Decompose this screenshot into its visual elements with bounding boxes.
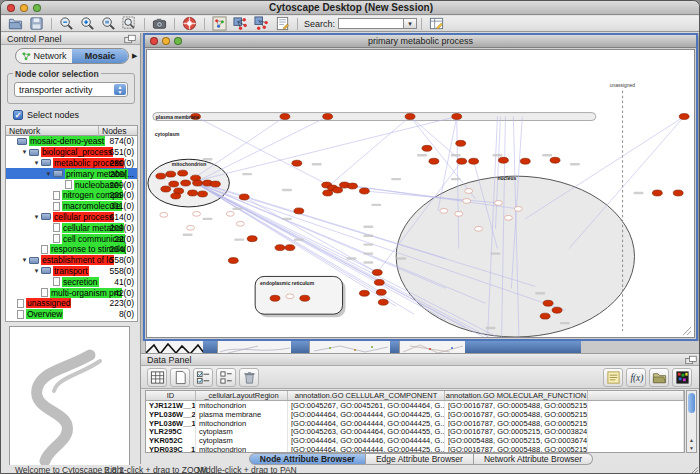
search-input[interactable] [338,18,404,29]
column-header[interactable]: ID [146,391,196,400]
table-cell: YPL036W__1 [146,419,196,428]
resize-grip-icon[interactable] [690,466,699,474]
import-attributes-button[interactable] [649,368,669,387]
tree-row[interactable]: ▼primary metabol209(... [6,168,137,179]
expand-arrow-icon[interactable]: ▼ [32,268,41,274]
network-window-titlebar[interactable]: primary metabolic process [145,35,696,48]
table-row[interactable]: YKR052Ccytoplasm[GO:0044464, GO:0044446,… [146,436,684,445]
tree-row-node-count: 22(0) [114,233,134,244]
column-header[interactable]: _cellularLayoutRegion [196,391,288,400]
float-panel-icon[interactable] [124,34,136,44]
tree-row[interactable]: ▼metabolic process280(0) [6,158,137,169]
search-label: Search: [304,19,335,29]
tree-row[interactable]: Overview8(0) [6,309,137,320]
background-window-fragment[interactable] [145,341,203,353]
column-header[interactable]: annotation.GO CELLULAR_COMPONENT [288,391,445,400]
apply-layout-button[interactable] [230,16,251,31]
zoom-fit-button[interactable] [119,16,140,31]
tab-network-attribute-browser[interactable]: Network Attribute Browser [474,453,593,465]
attribute-table[interactable]: ID_cellularLayoutRegionannotation.GO CEL… [145,390,685,453]
birds-eye-view[interactable] [9,326,130,474]
tab-mosaic[interactable]: Mosaic [72,49,128,63]
tree-row[interactable]: mosaic-demo-yeast874(0) [6,136,137,147]
unselect-attributes-button[interactable] [216,368,236,387]
background-window-titlebar[interactable] [465,341,581,353]
float-panel-icon[interactable] [685,355,697,365]
tree-row-node-count: 614(0) [109,212,134,223]
help-button[interactable] [179,16,200,31]
select-nodes-checkbox[interactable]: ✓ [13,110,23,120]
table-scrollbar[interactable]: ▲ ▼ [686,390,697,453]
zoom-selected-button[interactable] [98,16,119,31]
annotate-button[interactable] [272,16,293,31]
apply-vizmap-button[interactable] [251,16,272,31]
background-window-titlebar[interactable] [291,341,309,353]
tree-row[interactable]: nucleobase-209(0) [6,179,137,190]
background-window-titlebar[interactable] [390,341,399,353]
expand-arrow-icon[interactable]: ▼ [44,171,53,177]
delete-attribute-button[interactable] [239,368,259,387]
table-cell: mitochondrion [196,401,288,410]
scrollbar-thumb[interactable] [688,393,695,413]
scroll-up-arrow[interactable]: ▲ [687,436,696,444]
tree-row-node-count: 223(0) [109,298,134,309]
expand-arrow-icon[interactable]: ▼ [20,149,29,155]
table-row[interactable]: YPL036W__2plasma membrane[GO:0044464, GO… [146,410,684,419]
network-view-window[interactable]: primary metabolic process endoplasmic re… [143,33,698,341]
tree-row[interactable]: multi-organism pro42(0) [6,287,137,298]
tab-network[interactable]: Network [16,49,72,63]
tree-row[interactable]: macromolecule311(0) [6,201,137,212]
tree-row[interactable]: cellular metabol209(0) [6,222,137,233]
network-overview-button[interactable] [209,16,230,31]
expand-arrow-icon[interactable]: ▼ [20,257,29,263]
tree-row[interactable]: response to stimulu264(0) [6,244,137,255]
tree-row[interactable]: secretion41(0) [6,276,137,287]
zoom-out-button[interactable] [56,16,77,31]
table-cell: cytoplasm [196,436,288,445]
save-session-button[interactable] [26,16,47,31]
search-dropdown-button[interactable]: ▾ [404,18,417,29]
background-window-fragment[interactable] [309,341,390,353]
tree-row-label: transport [53,266,89,276]
background-window-fragment[interactable] [217,341,291,353]
background-window-fragment[interactable] [399,341,465,353]
tab-mosaic-label: Mosaic [85,51,116,61]
zoom-in-button[interactable] [77,16,98,31]
table-row[interactable]: YDR039C__1mitochondrion[GO:0044464, GO:0… [146,445,684,453]
expand-arrow-icon[interactable]: ▼ [32,160,41,166]
tree-row[interactable]: unassigned223(0) [6,298,137,309]
tree-row[interactable]: ▼transport558(0) [6,266,137,277]
background-window-titlebar[interactable] [203,341,217,353]
table-row[interactable]: YLR295Ccytoplasm[GO:0045263, GO:0044464,… [146,427,684,436]
open-network-button[interactable] [5,16,26,31]
select-attributes-button[interactable] [193,368,213,387]
scroll-down-arrow[interactable]: ▼ [687,444,696,452]
function-builder-button[interactable]: f(x) [626,368,646,387]
attribute-table-button[interactable] [147,368,167,387]
tree-row[interactable]: ▼biological_process651(0) [6,147,137,158]
table-cell: YLR295C [146,427,196,436]
column-header[interactable]: annotation.GO MOLECULAR_FUNCTION [445,391,588,400]
snapshot-button[interactable] [149,16,170,31]
table-cell: [GO:0044464, GO:0044446, GO:0044444, G..… [288,436,445,445]
table-row[interactable]: YJR121W__1mitochondrion[GO:0045267, GO:0… [146,401,684,410]
tree-row[interactable]: ▼establishment of lo558(0) [6,255,137,266]
tab-edge-attribute-browser[interactable]: Edge Attribute Browser [366,453,474,465]
table-cell: YJR121W__1 [146,401,196,410]
new-attribute-button[interactable] [170,368,190,387]
mosaic-button[interactable] [672,368,692,387]
tree-row[interactable]: ▼cellular process614(0) [6,212,137,223]
tree-row[interactable]: nitrogen compo209(0) [6,190,137,201]
node-color-attribute-select[interactable]: transporter activity ▲▼ [14,82,128,97]
expand-arrow-icon[interactable]: ▼ [32,214,41,220]
tree-row[interactable]: cell communicat22(0) [6,233,137,244]
attribute-editor-button[interactable] [426,16,447,31]
tab-overflow-arrow[interactable]: ▶ [132,52,137,60]
network-overview-icon [212,16,227,31]
table-cell: cytoplasm [196,427,288,436]
notes-button[interactable] [603,368,623,387]
table-cell: [GO:0044464, GO:0044444, GO:0044425, G..… [288,445,445,453]
network-canvas[interactable]: endoplasmic reticulum plasma membrane cy… [146,49,695,338]
tab-node-attribute-browser[interactable]: Node Attribute Browser [249,453,366,465]
table-row[interactable]: YPL036W__1mitochondrion[GO:0044464, GO:0… [146,419,684,428]
